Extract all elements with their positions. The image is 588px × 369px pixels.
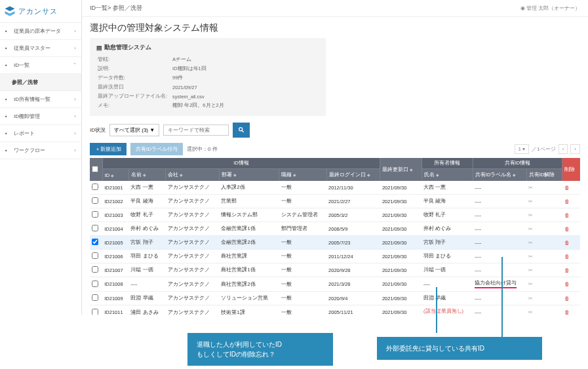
nav-item[interactable]: ▪ワークフロー›: [0, 142, 81, 159]
chevron-icon: ›: [74, 28, 76, 34]
col-shared-label[interactable]: 共有IDラベル名◆: [473, 169, 526, 182]
nav-item[interactable]: ▪レポート›: [0, 125, 81, 142]
row-check: [92, 281, 98, 287]
next-page[interactable]: ›: [570, 144, 580, 154]
search-bar: ID状況 すべて選択 (3) ▼: [90, 123, 580, 138]
report-icon: ▪: [5, 130, 11, 136]
callout-right: 外部委託先に貸与している共有ID: [377, 337, 542, 360]
col-id[interactable]: ID◆: [102, 169, 128, 182]
chevron-icon: ˅: [73, 62, 76, 68]
unlink-icon[interactable]: ✂: [526, 250, 562, 263]
pager: 1 ▾ ／1ページ ‹ ›: [515, 144, 580, 154]
col-shared-del: 共有ID解除: [526, 169, 562, 182]
unlink-icon[interactable]: ✂: [526, 305, 562, 315]
table-row: ID21011浦田 あさみアカンサステクノ技術第1課一般2005/11/2120…: [90, 305, 580, 315]
toolbar: ＋新規追加 共有IDラベル付与 選択中：0 件 1 ▾ ／1ページ ‹ ›: [90, 143, 580, 155]
col-login[interactable]: 最終ログイン日◆: [326, 169, 380, 182]
trash-icon[interactable]: 🗑: [562, 195, 580, 208]
chat-icon: ▪: [5, 113, 11, 119]
system-info-box: ▤ 勤怠管理システム 管轄:Aチーム説明:ID棚卸は年1回データ件数:99件最終…: [90, 38, 326, 116]
table-row: ID21001大西 一恵アカンサステクノ人事課2係一般2012/11/30202…: [90, 181, 580, 195]
trash-icon[interactable]: 🗑: [562, 208, 580, 222]
database-icon: ▤: [96, 45, 102, 51]
nav-item[interactable]: ▪ID所有情報一覧›: [0, 91, 81, 108]
chevron-icon: ›: [74, 113, 76, 119]
row-check: [92, 211, 98, 218]
label-button[interactable]: 共有IDラベル付与: [130, 143, 183, 155]
unlink-icon[interactable]: ✂: [526, 236, 562, 250]
col-dept[interactable]: 部署◆: [219, 169, 279, 182]
trash-icon[interactable]: 🗑: [562, 236, 580, 250]
sidebar: アカンサス ▪従業員の原本データ›▪従業員マスター›▪ID一覧˅参照／洗替▪ID…: [0, 0, 82, 315]
main: ID一覧> 参照／洗替 ◉ 管理 太郎（オーナー） 選択中の管理対象システム情報…: [82, 0, 588, 315]
trash-icon[interactable]: 🗑: [562, 292, 580, 305]
svg-point-0: [239, 128, 243, 131]
nav-item[interactable]: 参照／洗替: [0, 74, 81, 91]
chevron-icon: ›: [74, 130, 76, 136]
col-name[interactable]: 名前◆: [128, 169, 165, 182]
search-icon: [238, 126, 245, 133]
unlink-icon[interactable]: ✂: [526, 208, 562, 222]
prev-page[interactable]: ‹: [559, 144, 568, 154]
row-check: [92, 239, 98, 245]
id-icon: ▪: [5, 62, 11, 68]
data-table: ID情報 最終更新日◆ 所有者情報 共有ID情報 削除 ID◆ 名前◆ 会社◆ …: [90, 158, 580, 315]
col-check[interactable]: [90, 158, 102, 181]
status-label: ID状況: [90, 126, 106, 134]
link-icon: ▪: [5, 96, 11, 102]
table-row: ID21005宮坂 翔子アカンサステクノ金融営業課2係一般2005/7/2320…: [90, 236, 580, 250]
trash-icon[interactable]: 🗑: [562, 181, 580, 195]
search-button[interactable]: [233, 123, 250, 138]
topbar: ID一覧> 参照／洗替 ◉ 管理 太郎（オーナー）: [82, 0, 588, 17]
row-check: [92, 184, 98, 190]
row-check: [92, 252, 98, 259]
table-row: ID21006羽田 まひるアカンサステクノ商社営業課一般2011/12/2420…: [90, 250, 580, 263]
callout-line-left: [436, 287, 437, 333]
col-company[interactable]: 会社◆: [166, 169, 220, 182]
table-row: ID21003牧野 礼子アカンサステクノ情報システム部システム管理者2005/3…: [90, 208, 580, 222]
trash-icon[interactable]: 🗑: [562, 305, 580, 315]
trash-icon[interactable]: 🗑: [562, 277, 580, 292]
unlink-icon[interactable]: ✂: [526, 195, 562, 208]
trash-icon[interactable]: 🗑: [562, 222, 580, 236]
search-input[interactable]: [163, 125, 229, 136]
unlink-icon[interactable]: ✂: [526, 292, 562, 305]
chevron-icon: ›: [74, 96, 76, 102]
row-check: [92, 309, 98, 315]
unlink-icon[interactable]: ✂: [526, 263, 562, 277]
breadcrumb: ID一覧> 参照／洗替: [90, 4, 142, 12]
row-check: [92, 294, 98, 301]
add-button[interactable]: ＋新規追加: [90, 143, 127, 155]
unlink-icon[interactable]: ✂: [526, 181, 562, 195]
col-role[interactable]: 職種◆: [279, 169, 326, 182]
col-group-owner: 所有者情報: [421, 158, 473, 169]
user-icon: ▪: [5, 45, 11, 51]
callout-left: 退職した人が利用していたIDもしくしてIDの削除忘れ？: [187, 333, 333, 366]
per-page-select[interactable]: 1 ▾: [515, 144, 530, 154]
chevron-icon: ›: [74, 147, 76, 153]
nav-item[interactable]: ▪ID棚卸管理›: [0, 108, 81, 125]
trash-icon[interactable]: 🗑: [562, 263, 580, 277]
selected-count: 選択中：0 件: [187, 146, 218, 153]
col-group-id: ID情報: [102, 158, 380, 169]
row-check: [92, 197, 98, 204]
col-updated[interactable]: 最終更新日◆: [380, 158, 421, 181]
page-title: 選択中の管理対象システム情報: [90, 22, 580, 34]
nav-item[interactable]: ▪ID一覧˅: [0, 57, 81, 74]
status-select[interactable]: すべて選択 (3) ▼: [109, 124, 159, 136]
col-owner[interactable]: 氏名◆: [421, 169, 473, 182]
unlink-icon[interactable]: ✂: [526, 222, 562, 236]
callout-line-right: [501, 257, 503, 337]
unlink-icon[interactable]: ✂: [526, 277, 562, 292]
logo: アカンサス: [0, 0, 81, 23]
table-row: ID21007川端 一徳アカンサステクノ商社営業課1係一般2020/9/2820…: [90, 263, 580, 277]
nav-item[interactable]: ▪従業員マスター›: [0, 40, 81, 57]
table-row: ID21008----アカンサステクノ商社営業課2係一般2021/3/28202…: [90, 277, 580, 292]
nav-item[interactable]: ▪従業員の原本データ›: [0, 23, 81, 40]
trash-icon[interactable]: 🗑: [562, 250, 580, 263]
logo-icon: [4, 5, 16, 17]
user-label[interactable]: ◉ 管理 太郎（オーナー）: [520, 5, 580, 12]
col-delete: 削除: [562, 158, 580, 181]
col-group-shared: 共有ID情報: [473, 158, 562, 169]
flow-icon: ▪: [5, 147, 11, 153]
